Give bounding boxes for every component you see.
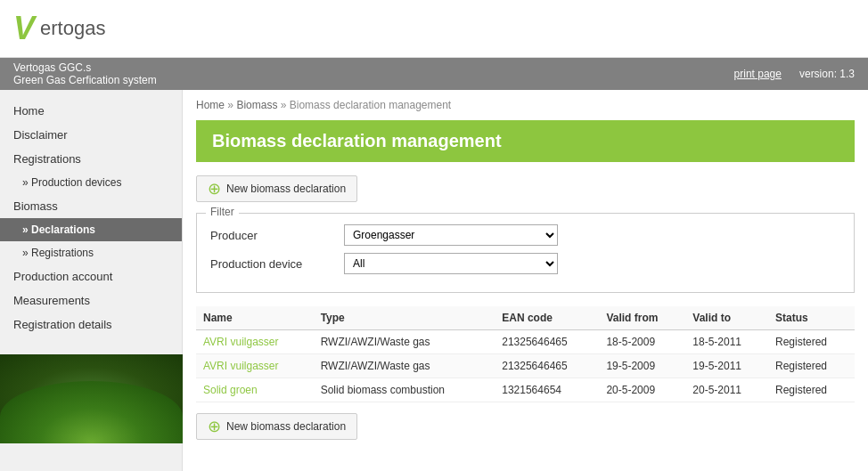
col-type: Type [314,306,495,330]
cell-valid-from: 18-5-2009 [599,330,685,354]
sidebar-item-disclaimer[interactable]: Disclaimer [0,123,182,147]
logo-v: V [13,12,35,45]
main-content: Home » Biomass » Biomass declaration man… [183,90,868,471]
cell-status: Registered [768,330,855,354]
table-row: AVRI vuilgasser RWZI/AWZI/Waste gas 2132… [196,354,855,378]
cell-name: Solid groen [196,378,314,402]
producer-select[interactable]: Groengasser [344,224,558,246]
col-ean: EAN code [495,306,599,330]
topbar-actions: print page version: 1.3 [734,68,855,80]
declaration-link[interactable]: AVRI vuilgasser [203,360,278,372]
sidebar-item-production-devices[interactable]: » Production devices [0,171,182,194]
breadcrumb-current: Biomass declaration management [290,99,451,111]
table-header-row: Name Type EAN code Valid from Valid to S… [196,306,855,330]
sidebar-item-measurements[interactable]: Measurements [0,288,182,313]
new-declaration-label-bottom: New biomass declaration [226,420,346,433]
print-page-link[interactable]: print page [734,68,782,80]
new-declaration-button-bottom[interactable]: ⊕ New biomass declaration [196,413,357,440]
filter-producer-row: Producer Groengasser [210,224,840,246]
sidebar-item-declarations[interactable]: » Declarations [0,218,182,241]
topbar: Vertogas GGC.s Green Gas Cerfication sys… [0,58,868,90]
cell-type: Solid biomass combustion [314,378,495,402]
breadcrumb-biomass[interactable]: Biomass [236,99,277,111]
producer-label: Producer [210,229,344,242]
filter-section: Filter Producer Groengasser Production d… [196,213,855,293]
cell-valid-from: 19-5-2009 [599,354,685,378]
breadcrumb-sep1: » [227,99,236,111]
cell-valid-to: 19-5-2011 [685,354,768,378]
sidebar-item-home[interactable]: Home [0,99,182,123]
filter-legend: Filter [206,206,239,218]
cell-status: Registered [768,378,855,402]
sidebar-item-biomass-registrations[interactable]: » Registrations [0,241,182,264]
sidebar: Home Disclaimer Registrations » Producti… [0,90,183,471]
sidebar-item-registrations[interactable]: Registrations [0,147,182,171]
app-header: V ertogas [0,0,868,58]
col-valid-from: Valid from [599,306,685,330]
breadcrumb-home[interactable]: Home [196,99,225,111]
cell-name: AVRI vuilgasser [196,354,314,378]
table-row: AVRI vuilgasser RWZI/AWZI/Waste gas 2132… [196,330,855,354]
cell-ean: 21325646465 [495,330,599,354]
production-device-label: Production device [210,257,344,271]
logo: V ertogas [13,12,105,45]
new-declaration-button-top[interactable]: ⊕ New biomass declaration [196,175,357,202]
cell-valid-to: 20-5-2011 [685,378,768,402]
cell-type: RWZI/AWZI/Waste gas [314,354,495,378]
breadcrumb-sep2: » [281,99,290,111]
plus-icon-top: ⊕ [208,181,221,197]
breadcrumb: Home » Biomass » Biomass declaration man… [196,99,855,111]
cell-type: RWZI/AWZI/Waste gas [314,330,495,354]
new-declaration-label-top: New biomass declaration [226,183,346,195]
main-layout: Home Disclaimer Registrations » Producti… [0,90,868,471]
logo-text: ertogas [40,17,105,40]
cell-ean: 1321564654 [495,378,599,402]
cell-name: AVRI vuilgasser [196,330,314,354]
declaration-link[interactable]: AVRI vuilgasser [203,336,278,348]
site-name: Vertogas GGC.s [13,61,157,74]
system-name: Green Gas Cerfication system [13,74,157,86]
col-valid-to: Valid to [685,306,768,330]
site-info: Vertogas GGC.s Green Gas Cerfication sys… [13,61,157,86]
production-device-select[interactable]: All [344,253,558,274]
declarations-table: Name Type EAN code Valid from Valid to S… [196,306,855,402]
plus-icon-bottom: ⊕ [208,418,221,434]
col-status: Status [768,306,855,330]
declaration-link[interactable]: Solid groen [203,384,258,396]
table-row: Solid groen Solid biomass combustion 132… [196,378,855,402]
sidebar-item-registration-details[interactable]: Registration details [0,313,182,337]
col-name: Name [196,306,314,330]
sidebar-item-production-account[interactable]: Production account [0,264,182,288]
version-label: version: 1.3 [799,68,855,80]
sidebar-image [0,354,183,443]
cell-valid-to: 18-5-2011 [685,330,768,354]
sidebar-item-biomass[interactable]: Biomass [0,194,182,218]
filter-device-row: Production device All [210,253,840,274]
cell-ean: 21325646465 [495,354,599,378]
page-title: Biomass declaration management [196,120,855,162]
cell-status: Registered [768,354,855,378]
cell-valid-from: 20-5-2009 [599,378,685,402]
